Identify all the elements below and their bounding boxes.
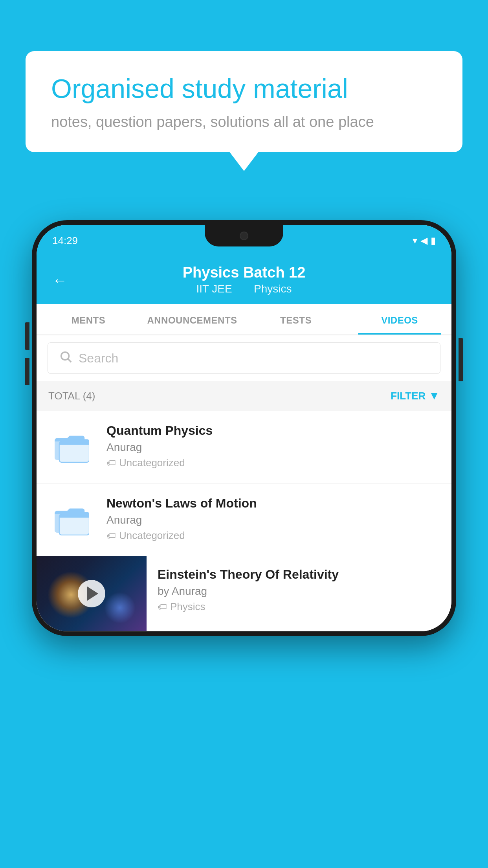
speech-bubble-title: Organised study material <box>51 73 437 105</box>
phone-screen: 14:29 ▾ ◀ ▮ ← Physics Batch 12 IIT JEE P… <box>37 225 451 631</box>
batch-subject: Physics <box>254 283 292 295</box>
wifi-icon: ▾ <box>413 235 417 246</box>
back-button[interactable]: ← <box>52 272 67 289</box>
app-header: ← Physics Batch 12 IIT JEE Physics <box>37 256 451 304</box>
video-tag-3: 🏷 Physics <box>158 601 440 613</box>
video-item-1[interactable]: Quantum Physics Anurag 🏷 Uncategorized <box>37 411 451 484</box>
search-bar-container: Search <box>37 335 451 381</box>
video-tag-1: 🏷 Uncategorized <box>106 457 440 469</box>
batch-title: Physics Batch 12 <box>52 264 436 281</box>
filter-button[interactable]: FILTER ▼ <box>391 390 440 402</box>
batch-subtitle: IIT JEE Physics <box>52 283 436 295</box>
tab-videos[interactable]: VIDEOS <box>348 304 451 335</box>
play-button-3[interactable] <box>78 580 105 607</box>
video-info-2: Newton's Laws of Motion Anurag 🏷 Uncateg… <box>106 496 440 542</box>
tab-announcements[interactable]: ANNOUNCEMENTS <box>140 304 244 335</box>
search-bar[interactable]: Search <box>48 342 440 374</box>
video-author-2: Anurag <box>106 514 440 526</box>
status-bar: 14:29 ▾ ◀ ▮ <box>37 225 451 256</box>
svg-line-1 <box>68 359 71 362</box>
tag-icon-1: 🏷 <box>106 458 116 469</box>
total-count: TOTAL (4) <box>48 390 95 402</box>
video-author-3: by Anurag <box>158 585 440 598</box>
tag-icon-3: 🏷 <box>158 601 167 612</box>
folder-icon-2 <box>48 496 95 543</box>
play-triangle-icon <box>87 587 98 601</box>
phone-mockup: 14:29 ▾ ◀ ▮ ← Physics Batch 12 IIT JEE P… <box>32 220 456 636</box>
tab-tests[interactable]: TESTS <box>244 304 348 335</box>
video-title-2: Newton's Laws of Motion <box>106 496 440 511</box>
video-tag-2: 🏷 Uncategorized <box>106 530 440 542</box>
filter-bar: TOTAL (4) FILTER ▼ <box>37 381 451 411</box>
battery-icon: ▮ <box>431 235 436 246</box>
video-tag-label-2: Uncategorized <box>119 530 185 542</box>
video-tag-label-3: Physics <box>170 601 205 613</box>
video-tag-label-1: Uncategorized <box>119 457 185 469</box>
video-title-3: Einstein's Theory Of Relativity <box>158 567 440 582</box>
batch-category: IIT JEE <box>196 283 232 295</box>
video-title-1: Quantum Physics <box>106 423 440 438</box>
video-author-1: Anurag <box>106 441 440 454</box>
phone-notch <box>205 225 283 246</box>
speech-bubble-container: Organised study material notes, question… <box>26 51 462 152</box>
svg-point-0 <box>61 352 69 360</box>
tabs-bar: MENTS ANNOUNCEMENTS TESTS VIDEOS <box>37 304 451 335</box>
video-item-2[interactable]: Newton's Laws of Motion Anurag 🏷 Uncateg… <box>37 484 451 556</box>
speech-bubble-subtitle: notes, question papers, solutions all at… <box>51 114 437 131</box>
tag-icon-2: 🏷 <box>106 530 116 541</box>
video-thumbnail-3 <box>37 556 147 631</box>
folder-icon-1 <box>48 423 95 471</box>
phone-outer: 14:29 ▾ ◀ ▮ ← Physics Batch 12 IIT JEE P… <box>32 220 456 636</box>
tab-ments[interactable]: MENTS <box>37 304 140 335</box>
filter-label: FILTER <box>391 390 426 402</box>
signal-icon: ◀ <box>420 235 427 246</box>
volume-up-button <box>25 322 29 350</box>
video-item-3[interactable]: Einstein's Theory Of Relativity by Anura… <box>37 556 451 631</box>
front-camera <box>240 232 248 240</box>
search-input[interactable]: Search <box>79 351 118 366</box>
speech-bubble: Organised study material notes, question… <box>26 51 462 152</box>
video-info-1: Quantum Physics Anurag 🏷 Uncategorized <box>106 423 440 469</box>
batch-subject-sep <box>242 283 248 295</box>
video-list: Quantum Physics Anurag 🏷 Uncategorized <box>37 411 451 631</box>
video-info-3: Einstein's Theory Of Relativity by Anura… <box>147 556 451 624</box>
status-icons: ▾ ◀ ▮ <box>413 235 436 246</box>
power-button <box>459 338 463 381</box>
volume-down-button <box>25 358 29 385</box>
status-time: 14:29 <box>52 235 78 247</box>
search-icon <box>59 350 72 366</box>
filter-funnel-icon: ▼ <box>429 390 440 402</box>
